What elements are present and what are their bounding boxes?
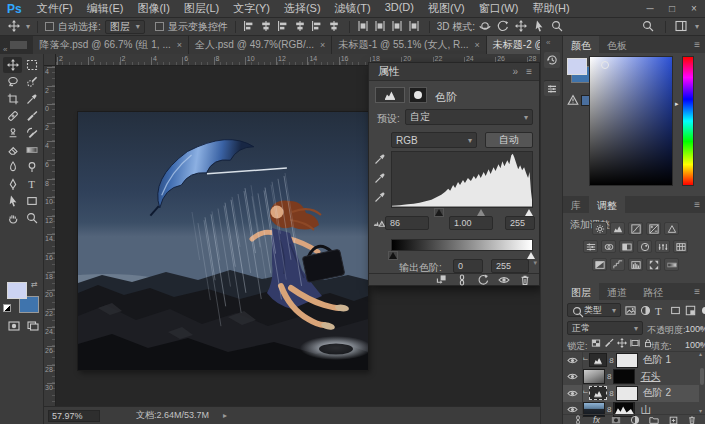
hue-slider-arrow[interactable]: ▸ xyxy=(675,100,679,108)
vibrance-adjustment-button[interactable] xyxy=(664,222,679,235)
shape-tool[interactable] xyxy=(22,193,41,209)
layer-mask-thumbnail[interactable] xyxy=(616,386,638,401)
selective-adjustment-button[interactable] xyxy=(646,258,661,271)
screen-mode-button[interactable] xyxy=(23,318,42,334)
workspace-icon[interactable] xyxy=(675,20,689,34)
distribute-center-icon[interactable] xyxy=(374,20,388,34)
trash-icon[interactable] xyxy=(519,274,531,286)
pen-tool[interactable] xyxy=(3,176,22,192)
highlight-input-field[interactable]: 255 xyxy=(505,216,535,230)
tool-collapse-handle[interactable] xyxy=(10,41,27,49)
menu-文件[interactable]: 文件(F) xyxy=(30,1,80,16)
layer-filter-dropdown[interactable]: 类型 ▾ xyxy=(567,303,621,317)
tab-paths[interactable]: 路径 xyxy=(635,283,671,300)
heal-tool[interactable] xyxy=(3,108,22,124)
colorlookup-adjustment-button[interactable] xyxy=(673,240,688,253)
tab-libraries[interactable]: 库 xyxy=(563,196,589,213)
fx-icon[interactable]: fx xyxy=(591,414,602,424)
menu-3D[interactable]: 3D(D) xyxy=(378,1,421,16)
lock-artboard-icon[interactable] xyxy=(630,338,640,348)
tab-layers[interactable]: 图层 xyxy=(563,283,599,300)
mask-badge-button[interactable] xyxy=(409,87,427,103)
align-bottom-icon[interactable] xyxy=(328,20,342,34)
tab-close-icon[interactable]: × xyxy=(320,40,325,50)
pathselect-tool[interactable] xyxy=(3,193,22,209)
picture-filter-icon[interactable] xyxy=(625,305,636,316)
shape-filter-icon[interactable] xyxy=(670,305,681,316)
levels-histogram-button[interactable] xyxy=(375,87,405,103)
black-point-eyedropper-icon[interactable] xyxy=(374,153,388,167)
vertical-ruler[interactable]: 42024681012141618202224262830 xyxy=(44,66,56,406)
default-colors-icon[interactable] xyxy=(3,304,11,312)
menu-图像[interactable]: 图像(I) xyxy=(130,1,176,16)
brightness-adjustment-button[interactable] xyxy=(592,222,607,235)
mask-link-icon[interactable]: 8 xyxy=(609,389,613,398)
output-black-field[interactable]: 0 xyxy=(453,259,483,273)
roll-3d-icon[interactable] xyxy=(497,20,511,34)
gradient-tool[interactable] xyxy=(22,142,41,158)
new-layer-icon[interactable] xyxy=(667,414,678,424)
eraser-tool[interactable] xyxy=(3,142,22,158)
search-icon[interactable] xyxy=(642,20,656,34)
layer-name[interactable]: 石头 xyxy=(640,370,660,384)
add-adjustment-icon[interactable] xyxy=(629,414,640,424)
zoom-tool[interactable] xyxy=(22,210,41,226)
foreground-color-swatch[interactable] xyxy=(7,282,27,299)
adjustment-layer-icon[interactable] xyxy=(589,386,607,400)
shadow-input-slider[interactable] xyxy=(435,209,443,216)
preset-dropdown[interactable]: 自定 ▾ xyxy=(405,109,533,125)
tab-channels[interactable]: 通道 xyxy=(599,283,635,300)
color-field-marker[interactable] xyxy=(601,61,609,69)
mask-link-icon[interactable]: 8 xyxy=(607,372,611,381)
huesat-adjustment-button[interactable] xyxy=(583,240,598,253)
tab-close-icon[interactable]: × xyxy=(475,40,480,50)
stamp-tool[interactable] xyxy=(3,125,22,141)
hue-strip[interactable] xyxy=(682,56,694,186)
maximize-button[interactable]: □ xyxy=(661,0,683,18)
output-black-slider[interactable] xyxy=(389,252,397,259)
tab-adjustments[interactable]: 调整 xyxy=(589,196,625,213)
scroll-down-icon[interactable]: ▾ xyxy=(533,259,537,267)
distribute-right-icon[interactable] xyxy=(391,20,405,34)
distribute-left-icon[interactable] xyxy=(357,20,371,34)
layer-name[interactable]: 色阶 1 xyxy=(643,353,671,367)
collapse-tools-chevron[interactable]: « xyxy=(0,45,10,54)
auto-select-checkbox[interactable] xyxy=(45,22,54,31)
photofilter-adjustment-button[interactable] xyxy=(637,240,652,253)
mask-link-icon[interactable]: 8 xyxy=(607,405,611,414)
threshold-adjustment-button[interactable] xyxy=(628,258,643,271)
menu-帮助[interactable]: 帮助(H) xyxy=(525,1,576,16)
layer-visibility-eye-icon[interactable] xyxy=(563,385,583,402)
align-right-icon[interactable] xyxy=(277,20,291,34)
tab-color[interactable]: 颜色 xyxy=(563,36,599,53)
hand-tool[interactable] xyxy=(3,210,22,226)
pan-3d-icon[interactable] xyxy=(515,20,529,34)
layer-row-色阶 2[interactable]: ⌐8色阶 2 xyxy=(563,385,699,402)
blackwhite-adjustment-button[interactable] xyxy=(619,240,634,253)
channelmixer-adjustment-button[interactable] xyxy=(655,240,670,253)
properties-panel-button[interactable] xyxy=(544,80,560,96)
adjustment-layer-icon[interactable] xyxy=(589,353,607,367)
swap-colors-icon[interactable]: ⇄ xyxy=(31,280,38,289)
layer-visibility-eye-icon[interactable] xyxy=(563,369,583,386)
tab-close-icon[interactable]: × xyxy=(177,40,182,50)
menu-文字[interactable]: 文字(Y) xyxy=(226,1,277,16)
minimize-button[interactable]: ─ xyxy=(639,0,661,18)
layer-scrollbar-thumb[interactable] xyxy=(700,368,704,385)
dodge-tool[interactable] xyxy=(22,159,41,175)
expand-dock-chevron[interactable]: « xyxy=(546,38,550,47)
document-canvas[interactable] xyxy=(78,112,368,370)
panel-menu-icon[interactable]: ≡ xyxy=(526,66,532,77)
align-center-h-icon[interactable] xyxy=(260,20,274,34)
lasso-tool[interactable] xyxy=(3,74,22,90)
panel-menu-icon[interactable]: ≡ xyxy=(689,36,705,53)
zoom-level-field[interactable]: 57.97% xyxy=(48,410,100,422)
colorbalance-adjustment-button[interactable] xyxy=(601,240,616,253)
lock-paint-icon[interactable] xyxy=(604,338,614,348)
curves-adjustment-button[interactable] xyxy=(628,222,643,235)
quick-mask-button[interactable] xyxy=(4,318,23,334)
layer-row-石头[interactable]: 8石头 xyxy=(563,369,699,386)
orbit-3d-icon[interactable] xyxy=(479,20,493,34)
history-panel-button[interactable] xyxy=(544,52,560,68)
historybrush-tool[interactable] xyxy=(22,125,41,141)
